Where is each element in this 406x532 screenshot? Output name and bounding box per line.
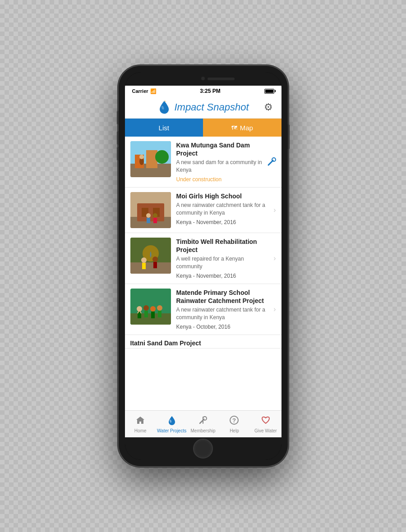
nav-label-home: Home <box>134 428 147 433</box>
svg-rect-17 <box>147 218 150 223</box>
project-title: Timbito Well Rehabilitation Project <box>176 238 270 254</box>
project-title: Matende Primary School Rainwater Catchme… <box>176 289 270 305</box>
project-thumbnail <box>130 192 171 228</box>
svg-point-5 <box>155 150 169 164</box>
tab-map-label: Map <box>240 124 253 132</box>
project-description: A new rainwater catchment tank for a com… <box>176 306 270 321</box>
water-drop-nav-icon <box>167 415 177 427</box>
header-logo: Impact Snapshot <box>157 100 249 115</box>
svg-point-25 <box>152 257 158 262</box>
water-drop-logo <box>157 100 171 115</box>
project-chevron-icon: › <box>270 305 276 313</box>
svg-rect-21 <box>130 262 171 274</box>
svg-rect-13 <box>137 203 164 221</box>
app-header: Impact Snapshot ⚙ <box>125 96 281 119</box>
help-icon: ? <box>229 415 239 427</box>
settings-button[interactable]: ⚙ <box>262 101 275 114</box>
project-item[interactable]: Kwa Mutunga Sand Dam Project A new sand … <box>125 137 281 188</box>
project-info: Matende Primary School Rainwater Catchme… <box>176 289 270 330</box>
phone-bottom-bar <box>125 437 281 460</box>
project-description: A new sand dam for a community in Kenya <box>176 159 263 174</box>
project-item-partial[interactable]: Itatni Sand Dam Project <box>125 335 281 349</box>
svg-rect-36 <box>158 311 161 317</box>
nav-label-help: Help <box>230 428 239 433</box>
wrench-icon <box>267 157 276 166</box>
project-location: Kenya - November, 2016 <box>176 219 270 225</box>
project-item[interactable]: Timbito Well Rehabilitation Project A we… <box>125 233 281 284</box>
project-chevron-icon: › <box>270 206 276 214</box>
gear-icon: ⚙ <box>264 101 273 113</box>
svg-point-18 <box>153 213 157 218</box>
nav-item-home[interactable]: Home <box>125 411 156 437</box>
nav-item-membership[interactable]: Membership <box>187 411 218 437</box>
tools-icon <box>198 415 208 427</box>
project-info: Timbito Well Rehabilitation Project A we… <box>176 238 270 279</box>
svg-point-31 <box>143 305 149 311</box>
home-icon <box>135 415 145 427</box>
phone-device: Carrier 📶 3:25 PM <box>119 66 288 466</box>
project-status: Under construction <box>176 176 263 183</box>
svg-rect-24 <box>142 263 146 269</box>
battery-icon <box>264 89 274 94</box>
nav-item-help[interactable]: ? Help <box>219 411 250 437</box>
phone-screen: Carrier 📶 3:25 PM <box>125 86 281 437</box>
phone-home-button[interactable] <box>193 439 213 459</box>
project-thumbnail <box>130 289 171 325</box>
nav-label-water-projects: Water Projects <box>157 428 186 433</box>
app-title: Impact Snapshot <box>174 101 249 113</box>
phone-top-bar <box>125 72 281 86</box>
svg-point-7 <box>139 155 144 159</box>
project-tool-icon <box>263 157 276 166</box>
phone-camera <box>201 77 205 80</box>
phone-screen-wrapper: Carrier 📶 3:25 PM <box>125 72 281 460</box>
project-description: A well repaired for a Kenyan community <box>176 255 270 271</box>
project-chevron-icon: › <box>270 254 276 262</box>
project-location: Kenya - October, 2016 <box>176 324 270 330</box>
status-time: 3:25 PM <box>200 88 220 94</box>
phone-speaker <box>208 78 235 80</box>
nav-item-give-water[interactable]: Give Water <box>250 411 281 437</box>
project-item[interactable]: Matende Primary School Rainwater Catchme… <box>125 284 281 335</box>
svg-rect-19 <box>153 218 157 223</box>
battery-indicator <box>264 89 274 94</box>
nav-item-water-projects[interactable]: Water Projects <box>156 411 187 437</box>
project-title: Moi Girls High School <box>176 192 270 200</box>
svg-point-23 <box>141 257 147 263</box>
battery-fill <box>265 90 273 93</box>
view-toggle-tabs: List 🗺 Map <box>125 119 281 137</box>
svg-line-10 <box>272 160 273 161</box>
map-icon: 🗺 <box>231 124 237 131</box>
project-item[interactable]: Moi Girls High School A new rainwater ca… <box>125 188 281 233</box>
project-thumbnail <box>130 141 171 177</box>
nav-label-membership: Membership <box>191 428 216 433</box>
svg-point-16 <box>146 213 151 218</box>
project-location: Kenya - November, 2016 <box>176 273 270 279</box>
thumb-img-1 <box>130 141 171 177</box>
svg-point-35 <box>157 305 162 311</box>
project-description: A new rainwater catchment tank for a com… <box>176 202 270 217</box>
tab-map[interactable]: 🗺 Map <box>203 119 281 137</box>
project-list: Kwa Mutunga Sand Dam Project A new sand … <box>125 137 281 410</box>
carrier-text: Carrier 📶 <box>132 88 157 94</box>
svg-rect-26 <box>153 262 157 268</box>
bottom-navigation: Home Water Projects <box>125 410 281 437</box>
project-title: Kwa Mutunga Sand Dam Project <box>176 141 263 157</box>
tab-list[interactable]: List <box>125 119 203 137</box>
project-info: Kwa Mutunga Sand Dam Project A new sand … <box>176 141 263 183</box>
svg-point-33 <box>150 306 156 312</box>
svg-rect-32 <box>144 311 148 317</box>
partial-project-title: Itatni Sand Dam Project <box>130 339 201 347</box>
project-thumbnail <box>130 238 171 274</box>
svg-text:?: ? <box>232 417 236 424</box>
svg-rect-34 <box>151 312 155 318</box>
wifi-icon: 📶 <box>150 88 157 94</box>
heart-icon <box>261 415 271 427</box>
nav-label-give-water: Give Water <box>254 428 277 433</box>
status-bar: Carrier 📶 3:25 PM <box>125 86 281 96</box>
tab-list-label: List <box>159 124 169 132</box>
svg-rect-28 <box>130 313 171 325</box>
project-info: Moi Girls High School A new rainwater ca… <box>176 192 270 228</box>
